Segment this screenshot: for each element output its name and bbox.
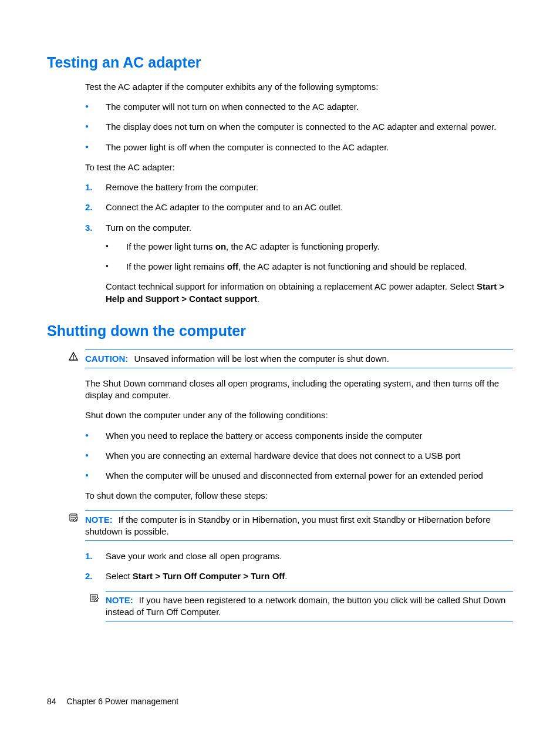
note-text: If you have been registered to a network… [106, 595, 505, 617]
caution-label: CAUTION: [85, 354, 128, 364]
list-item: When the computer will be unused and dis… [85, 470, 513, 482]
symptom-list: The computer will not turn on when conne… [85, 101, 513, 153]
contact-paragraph: Contact technical support for informatio… [106, 281, 513, 305]
page-number: 84 [47, 697, 56, 706]
svg-point-1 [73, 358, 74, 359]
chapter-label: Chapter 6 Power management [66, 697, 178, 706]
sub-results-list: If the power light turns on, the AC adap… [106, 241, 513, 273]
step-item: Connect the AC adapter to the computer a… [85, 201, 513, 213]
intro-paragraph: Test the AC adapter if the computer exhi… [85, 81, 513, 93]
list-item: When you need to replace the battery or … [85, 430, 513, 442]
conditions-list: When you need to replace the battery or … [85, 430, 513, 482]
note-text: If the computer is in Standby or in Hibe… [85, 515, 491, 536]
test-steps-list: Remove the battery from the computer. Co… [85, 182, 513, 234]
note-label: NOTE: [106, 595, 133, 605]
list-item: When you are connecting an external hard… [85, 450, 513, 462]
heading-testing-ac-adapter: Testing an AC adapter [47, 53, 513, 73]
note-icon [89, 593, 100, 606]
heading-shutting-down: Shutting down the computer [47, 321, 513, 341]
caution-callout: CAUTION: Unsaved information will be los… [85, 350, 513, 368]
step-item: Remove the battery from the computer. [85, 182, 513, 193]
list-item: If the power light turns on, the AC adap… [106, 241, 513, 253]
to-test-paragraph: To test the AC adapter: [85, 162, 513, 173]
list-item: The computer will not turn on when conne… [85, 101, 513, 113]
list-item: If the power light remains off, the AC a… [106, 261, 513, 273]
shutdown-conditions-intro: Shut down the computer under any of the … [85, 409, 513, 421]
page-footer: 84 Chapter 6 Power management [47, 696, 178, 707]
note-callout: NOTE: If you have been registered to a n… [106, 591, 513, 622]
shutdown-desc-paragraph: The Shut Down command closes all open pr… [85, 378, 513, 402]
shutdown-steps-intro: To shut down the computer, follow these … [85, 490, 513, 502]
note-callout: NOTE: If the computer is in Standby or i… [85, 510, 513, 542]
list-item: The display does not turn on when the co… [85, 121, 513, 133]
step-item: Select Start > Turn Off Computer > Turn … [85, 570, 513, 582]
caution-icon [69, 352, 78, 364]
shutdown-steps-list: Save your work and close all open progra… [85, 550, 513, 583]
step-item: Save your work and close all open progra… [85, 550, 513, 562]
step-item: Turn on the computer. [85, 222, 513, 234]
list-item: The power light is off when the computer… [85, 142, 513, 153]
note-icon [69, 513, 79, 525]
caution-text: Unsaved information will be lost when th… [134, 354, 389, 364]
note-label: NOTE: [85, 515, 113, 525]
